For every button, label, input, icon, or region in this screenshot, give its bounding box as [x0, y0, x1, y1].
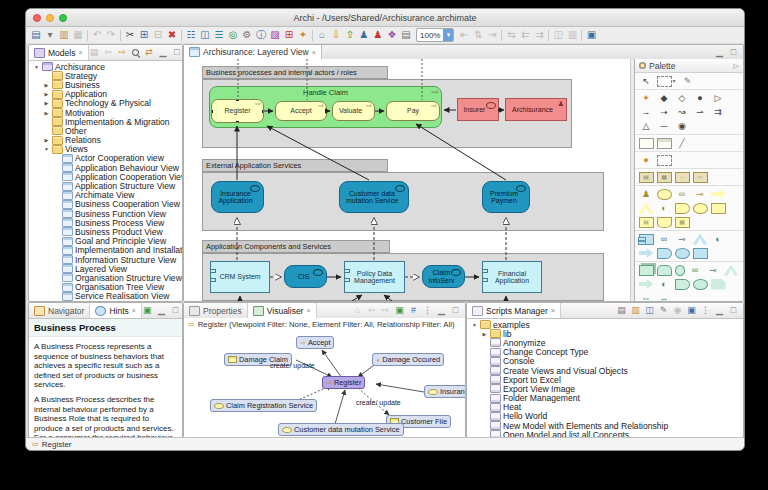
expand-arrow-icon[interactable]	[43, 137, 50, 143]
selection-handle[interactable]	[262, 110, 264, 113]
toolbar-icon[interactable]: ☰	[212, 28, 226, 42]
toolbar-icon[interactable]: ▤	[399, 28, 413, 42]
vis-node-register[interactable]: ⇨Register	[322, 376, 365, 389]
palette-tool[interactable]	[693, 203, 708, 214]
palette-tool[interactable]	[657, 265, 672, 276]
palette-tool[interactable]: ▦	[675, 217, 690, 228]
toolbar-icon[interactable]: ⇩	[329, 28, 343, 42]
visualiser-body[interactable]: ⇨ Register (Viewpoint Filter: None, Elem…	[184, 318, 465, 437]
element-claim-infoservice[interactable]: Claim InfoServ	[422, 265, 465, 288]
toolbar-icon[interactable]	[501, 30, 502, 41]
selection-handle[interactable]	[236, 121, 239, 123]
expand-arrow-icon[interactable]	[43, 100, 50, 106]
element-archisurance[interactable]: Archisurance ♟	[505, 98, 567, 121]
palette-tool[interactable]	[675, 203, 690, 214]
minimize-window-button[interactable]	[46, 14, 54, 22]
palette-tool[interactable]	[675, 279, 690, 290]
palette-tool[interactable]: ✎	[680, 76, 695, 87]
vis-node-claim-registration-service[interactable]: Claim Registration Service	[210, 399, 317, 412]
palette-tool[interactable]	[657, 76, 672, 87]
group-app-components[interactable]: Application Components and Services	[202, 240, 390, 253]
toolbar-icon[interactable]: ☷	[184, 28, 198, 42]
panel-toolbar-icon[interactable]: ⇄	[144, 47, 155, 58]
element-cis[interactable]: CIS	[284, 265, 327, 288]
palette-tool[interactable]	[639, 203, 654, 214]
toolbar-icon[interactable]: ♟	[371, 28, 385, 42]
collapse-palette-icon[interactable]: ▷	[734, 62, 739, 70]
element-register[interactable]: Register ⇨	[211, 99, 264, 123]
palette-tool[interactable]: ◐	[657, 279, 672, 290]
close-icon[interactable]: ×	[78, 49, 82, 56]
palette-tool[interactable]	[639, 248, 654, 259]
tree-item[interactable]: Other	[29, 126, 182, 135]
palette-tool[interactable]	[657, 138, 672, 149]
palette-tool[interactable]	[657, 155, 672, 166]
palette-tool[interactable]: ▤	[639, 217, 654, 228]
palette-tool[interactable]: ∞	[657, 234, 672, 245]
palette-tool[interactable]	[657, 248, 672, 259]
element-pay[interactable]: Pay ⇨	[386, 101, 440, 121]
panel-toolbar-icon[interactable]: ▣	[142, 305, 153, 316]
vis-node-insurance[interactable]: Insurance	[424, 385, 466, 398]
panel-toolbar-icon[interactable]: ⇦	[103, 47, 114, 58]
panel-toolbar-icon[interactable]: ⋮	[700, 305, 711, 316]
panel-toolbar-icon[interactable]: □	[172, 47, 183, 58]
palette-tool[interactable]	[639, 265, 654, 276]
element-customer-data-mutation-service[interactable]: Customer data mutation Service	[339, 181, 409, 213]
tab-visualiser[interactable]: Visualiser ×	[248, 303, 317, 318]
toolbar-icon[interactable]	[87, 30, 88, 41]
element-accept[interactable]: Accept ⇨	[275, 101, 327, 121]
minimize-button[interactable]: ▁	[714, 47, 725, 58]
close-window-button[interactable]	[33, 14, 41, 22]
panel-toolbar-icon[interactable]: ▥	[630, 305, 641, 316]
palette-tool[interactable]: ●	[693, 93, 708, 104]
palette-tool[interactable]: △	[639, 121, 654, 132]
palette-tool[interactable]: ⇢	[657, 107, 672, 118]
palette-tool[interactable]: ∞	[688, 265, 703, 276]
toolbar-icon[interactable]: ↶	[90, 28, 104, 42]
toolbar-icon[interactable]: ♟	[357, 28, 371, 42]
palette-header[interactable]: Palette ▷	[635, 59, 743, 73]
panel-toolbar-icon[interactable]: □	[450, 305, 461, 316]
tree-item[interactable]: Strategy	[29, 71, 182, 80]
palette-tool[interactable]: ▾	[671, 76, 677, 87]
palette-tool[interactable]	[693, 234, 708, 245]
expand-arrow-icon[interactable]	[43, 110, 50, 116]
panel-toolbar-icon[interactable]: ⇨	[380, 305, 391, 316]
panel-toolbar-icon[interactable]: ⋮	[422, 305, 433, 316]
palette-tool[interactable]: ♟	[639, 189, 654, 200]
panel-toolbar-icon[interactable]: ▤	[89, 47, 100, 58]
toolbar-icon[interactable]	[181, 30, 182, 41]
zoom-window-button[interactable]	[59, 14, 67, 22]
element-crm-system[interactable]: CRM System	[210, 261, 270, 293]
expand-arrow-icon[interactable]	[471, 322, 478, 328]
toolbar-icon[interactable]	[312, 30, 313, 41]
palette-tool[interactable]: ⇔	[639, 293, 654, 303]
tab-layered-view[interactable]: Archisurance: Layered View ×	[184, 45, 322, 59]
panel-toolbar-icon[interactable]: ▣	[686, 305, 697, 316]
tab-hints[interactable]: Hints ×	[90, 303, 141, 318]
toolbar-icon[interactable]: ⇉	[532, 28, 546, 42]
palette-tool[interactable]: ∞	[675, 189, 690, 200]
panel-toolbar-icon[interactable]: ⇦	[366, 305, 377, 316]
palette-tool[interactable]	[711, 203, 726, 214]
palette-tool[interactable]	[657, 217, 672, 228]
panel-toolbar-icon[interactable]: ✎	[658, 305, 669, 316]
palette-tool[interactable]	[639, 279, 654, 290]
palette-tool[interactable]	[693, 248, 708, 259]
panel-toolbar-icon[interactable]: ▁	[436, 305, 447, 316]
palette-tool[interactable]: ⊸	[706, 265, 721, 276]
toolbar-icon[interactable]	[581, 30, 582, 41]
tab-models[interactable]: Models ×	[29, 45, 89, 60]
palette-tool[interactable]: ⇀	[693, 107, 708, 118]
toolbar-icon[interactable]: ▾	[43, 28, 57, 42]
palette-tool[interactable]	[711, 189, 726, 200]
toolbar-icon[interactable]: ◎	[226, 28, 240, 42]
group-business-processes[interactable]: Business processes and internal actors /…	[202, 66, 388, 79]
panel-toolbar-icon[interactable]: ▁	[156, 305, 167, 316]
tab-navigator[interactable]: Navigator	[29, 303, 90, 318]
palette-tool[interactable]: ↔	[657, 293, 672, 303]
element-insurer[interactable]: Insurer	[457, 98, 499, 121]
group-external-app-services[interactable]: External Application Services	[202, 159, 388, 172]
palette-tool[interactable]: ╱	[675, 138, 690, 149]
